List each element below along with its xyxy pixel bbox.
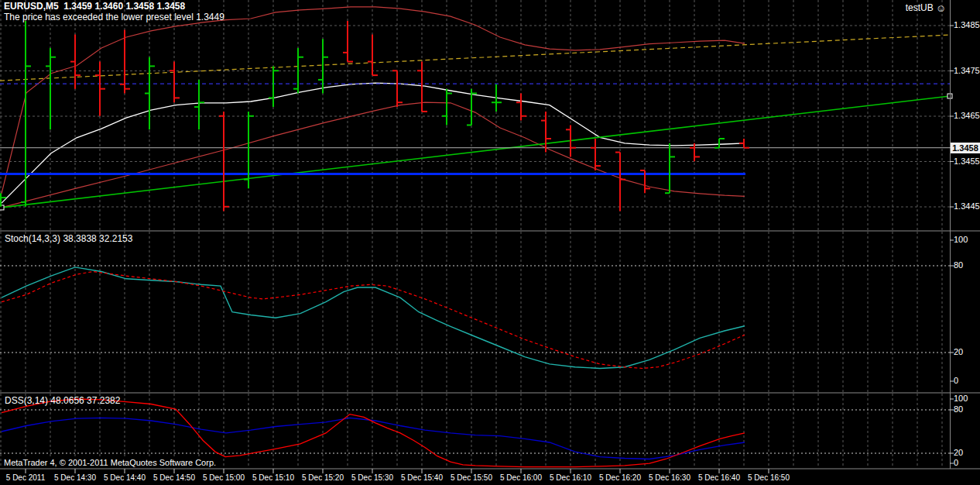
dss-axis-label: 100 [954,394,968,403]
time-axis-label: 5 Dec 16:30 [645,473,694,482]
main-chart-lines [0,7,950,208]
grid-lines [0,0,950,468]
current-price-tag: 1.3458 [951,143,980,153]
time-axis-label: 5 Dec 15:20 [298,473,348,482]
time-axis-label: 5 Dec 14:50 [149,473,199,482]
time-axis-label: 5 Dec 15:00 [199,473,248,482]
dss-axis-label: 20 [954,448,963,457]
ohlc-bar [244,112,254,188]
time-axis-label: 5 Dec 14:40 [100,473,149,482]
bollinger-lower [2,102,745,208]
time-axis-label: 5 Dec 16:50 [744,473,793,482]
ohlc-bar [343,21,353,62]
ohlc-bar [269,66,279,107]
stoch-signal [2,272,745,369]
ohlc-bar [392,71,403,107]
ohlc-bar [318,39,328,93]
ohlc-bar [615,153,625,212]
ohlc-bar [70,34,81,88]
dss-series [2,399,745,467]
price-axis-label: 1.3485 [954,20,980,29]
price-axis-label: 1.3445 [954,201,980,211]
stoch-axis-label: 20 [954,347,963,356]
ohlc-bar [46,48,56,129]
expert-advisor-name: testUB [906,3,934,13]
time-axis-label: 5 Dec 16:00 [496,473,546,482]
ohlc-bar [591,139,601,170]
indicator-level-lines [0,266,950,453]
dss-axis-label: 80 [954,404,963,414]
ohlc-bar [690,143,700,161]
ohlc-bar [21,21,31,207]
ohlc-bar [170,62,180,103]
time-axis-label: 5 Dec 16:20 [595,473,645,482]
expert-advisor-badge[interactable]: testUB ☺ [906,3,946,13]
stoch-main [2,267,745,369]
mt4-chart-window: EURUSD,M5 1.3459 1.3460 1.3458 1.3458 Th… [0,0,980,485]
stoch-axis-label: 80 [954,260,963,270]
stoch-series [2,267,745,369]
trendline-yellow-dashed [0,35,950,81]
stoch-axis-label: 0 [954,376,958,385]
axis-ticks [26,26,954,473]
ma-white [2,83,745,203]
ohlc-bar [442,89,452,126]
time-axis-label: 5 Dec 14:30 [50,473,100,482]
ohlc-bar [368,34,378,75]
dss-axis-label: 0 [954,458,958,467]
time-axis-label: 5 Dec 15:50 [447,473,496,482]
ohlc-bar [194,80,204,129]
time-axis-label: 5 Dec 16:10 [546,473,595,482]
ohlc-bar [739,139,749,148]
time-axis-label: 5 Dec 15:40 [397,473,447,482]
time-axis-label: 5 Dec 15:30 [348,473,397,482]
dss-red [2,399,745,467]
panel-borders [0,0,980,469]
smiley-icon[interactable]: ☺ [936,3,946,13]
ohlc-bar [95,62,105,116]
time-axis-label: 5 Dec 2011 [1,473,50,482]
price-axis-label: 1.3465 [954,111,980,120]
stoch-axis-label: 100 [954,235,968,244]
ohlc-bar [714,139,725,148]
price-axis-label: 1.3455 [954,157,980,166]
price-axis-label: 1.3475 [954,66,980,75]
time-axis-label: 5 Dec 16:40 [694,473,744,482]
time-axis-label: 5 Dec 15:10 [248,473,298,482]
chart-canvas[interactable] [0,0,980,485]
ohlc-bar [665,143,675,193]
ohlc-bar [145,57,155,130]
